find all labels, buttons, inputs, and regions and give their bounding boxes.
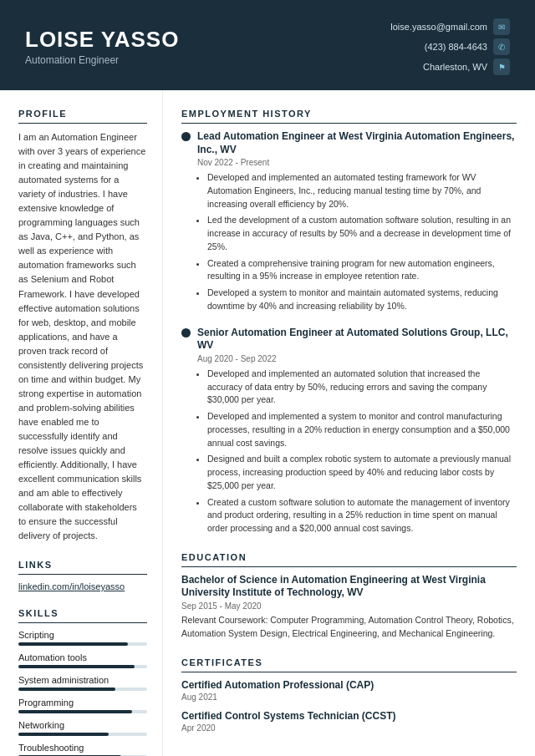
skill-bar-fill bbox=[18, 688, 115, 691]
job-date: Aug 2020 - Sep 2022 bbox=[197, 354, 517, 363]
job-bullets-list: Developed and implemented an automated s… bbox=[197, 368, 517, 535]
skill-bar-fill bbox=[18, 710, 132, 713]
job-date: Nov 2022 - Present bbox=[197, 158, 517, 167]
left-column: PROFILE I am an Automation Engineer with… bbox=[0, 90, 163, 756]
skill-item: Networking bbox=[18, 720, 147, 736]
candidate-name: LOISE YASSO bbox=[25, 28, 179, 52]
job-bullet: Led the development of a custom automati… bbox=[207, 214, 517, 253]
job-bullet: Created a comprehensive training program… bbox=[207, 257, 517, 284]
skill-bar-bg bbox=[18, 642, 147, 646]
skill-item: Automation tools bbox=[18, 652, 147, 668]
education-list: Bachelor of Science in Automation Engine… bbox=[181, 574, 517, 641]
skill-bar-fill bbox=[18, 665, 135, 668]
employment-section: EMPLOYMENT HISTORY Lead Automation Engin… bbox=[181, 109, 517, 535]
job-header: Senior Automation Engineer at Automated … bbox=[181, 327, 517, 353]
email-text: loise.yasso@gmail.com bbox=[390, 22, 487, 32]
right-column: EMPLOYMENT HISTORY Lead Automation Engin… bbox=[163, 90, 535, 756]
certificates-section: CERTIFICATES Certified Automation Profes… bbox=[181, 657, 517, 733]
profile-text: I am an Automation Engineer with over 3 … bbox=[18, 130, 147, 543]
certificates-section-title: CERTIFICATES bbox=[181, 657, 517, 672]
candidate-title: Automation Engineer bbox=[25, 54, 179, 66]
edu-date: Sep 2015 - May 2020 bbox=[181, 601, 517, 611]
job-header: Lead Automation Engineer at West Virgini… bbox=[181, 130, 517, 156]
skill-item: Programming bbox=[18, 698, 147, 713]
skills-section: SKILLS Scripting Automation tools System… bbox=[18, 608, 147, 756]
cert-date: Aug 2021 bbox=[181, 693, 517, 702]
skill-label: Automation tools bbox=[18, 652, 147, 662]
job-title: Lead Automation Engineer at West Virgini… bbox=[197, 130, 517, 156]
skill-item: System administration bbox=[18, 675, 147, 691]
linkedin-link[interactable]: linkedin.com/in/loiseyasso bbox=[18, 581, 147, 591]
skill-item: Scripting bbox=[18, 630, 147, 646]
links-section: LINKS linkedin.com/in/loiseyasso bbox=[18, 560, 147, 591]
skill-bar-fill bbox=[18, 733, 109, 736]
job-bullets-list: Developed and implemented an automated t… bbox=[197, 171, 517, 313]
job-bullet: Designed and built a complex robotic sys… bbox=[207, 453, 517, 492]
phone-icon: ✆ bbox=[493, 38, 510, 55]
education-section: EDUCATION Bachelor of Science in Automat… bbox=[181, 552, 517, 641]
skill-bar-bg bbox=[18, 733, 147, 736]
cert-name: Certified Automation Professional (CAP) bbox=[181, 679, 517, 691]
jobs-list: Lead Automation Engineer at West Virgini… bbox=[181, 130, 517, 535]
skill-label: Scripting bbox=[18, 630, 147, 640]
resume-container: LOISE YASSO Automation Engineer loise.ya… bbox=[0, 0, 535, 756]
certificate-item: Certified Automation Professional (CAP) … bbox=[181, 679, 517, 702]
header-contact-section: loise.yasso@gmail.com ✉ (423) 884-4643 ✆… bbox=[390, 18, 510, 75]
location-text: Charleston, WV bbox=[423, 62, 487, 72]
skill-item: Troubleshooting bbox=[18, 743, 147, 756]
certificate-item: Certified Control Systems Technician (CC… bbox=[181, 710, 517, 733]
profile-section-title: PROFILE bbox=[18, 109, 147, 124]
edu-degree: Bachelor of Science in Automation Engine… bbox=[181, 574, 517, 600]
job-title: Senior Automation Engineer at Automated … bbox=[197, 327, 517, 353]
location-icon: ⚑ bbox=[493, 58, 510, 75]
job-dot bbox=[181, 328, 191, 337]
skill-bar-bg bbox=[18, 688, 147, 691]
job-bullet: Developed and implemented a system to mo… bbox=[207, 410, 517, 449]
skill-bar-fill bbox=[18, 642, 128, 646]
job-item: Lead Automation Engineer at West Virgini… bbox=[181, 130, 517, 313]
skill-bar-bg bbox=[18, 665, 147, 668]
job-dot bbox=[181, 132, 191, 141]
email-icon: ✉ bbox=[493, 18, 510, 35]
skill-label: Programming bbox=[18, 698, 147, 708]
skill-label: System administration bbox=[18, 675, 147, 685]
contact-email-row: loise.yasso@gmail.com ✉ bbox=[390, 18, 510, 35]
cert-name: Certified Control Systems Technician (CC… bbox=[181, 710, 517, 722]
edu-coursework: Relevant Coursework: Computer Programmin… bbox=[181, 614, 517, 641]
contact-phone-row: (423) 884-4643 ✆ bbox=[425, 38, 510, 55]
contact-location-row: Charleston, WV ⚑ bbox=[423, 58, 510, 75]
resume-header: LOISE YASSO Automation Engineer loise.ya… bbox=[0, 0, 535, 90]
certificates-list: Certified Automation Professional (CAP) … bbox=[181, 679, 517, 733]
job-bullet: Developed and implemented an automated s… bbox=[207, 368, 517, 407]
job-bullet: Developed a system to monitor and mainta… bbox=[207, 287, 517, 313]
job-bullet: Developed and implemented an automated t… bbox=[207, 171, 517, 211]
links-section-title: LINKS bbox=[18, 560, 147, 575]
skill-label: Troubleshooting bbox=[18, 743, 147, 753]
profile-section: PROFILE I am an Automation Engineer with… bbox=[18, 109, 147, 543]
education-section-title: EDUCATION bbox=[181, 552, 517, 567]
resume-body: PROFILE I am an Automation Engineer with… bbox=[0, 90, 535, 756]
phone-text: (423) 884-4643 bbox=[425, 42, 487, 52]
skills-list: Scripting Automation tools System admini… bbox=[18, 630, 147, 756]
education-item: Bachelor of Science in Automation Engine… bbox=[181, 574, 517, 641]
job-bullet: Created a custom software solution to au… bbox=[207, 496, 517, 535]
skill-bar-bg bbox=[18, 710, 147, 713]
header-name-section: LOISE YASSO Automation Engineer bbox=[25, 28, 179, 67]
skill-label: Networking bbox=[18, 720, 147, 730]
skills-section-title: SKILLS bbox=[18, 608, 147, 623]
cert-date: Apr 2020 bbox=[181, 723, 517, 733]
job-item: Senior Automation Engineer at Automated … bbox=[181, 327, 517, 535]
employment-section-title: EMPLOYMENT HISTORY bbox=[181, 109, 517, 124]
